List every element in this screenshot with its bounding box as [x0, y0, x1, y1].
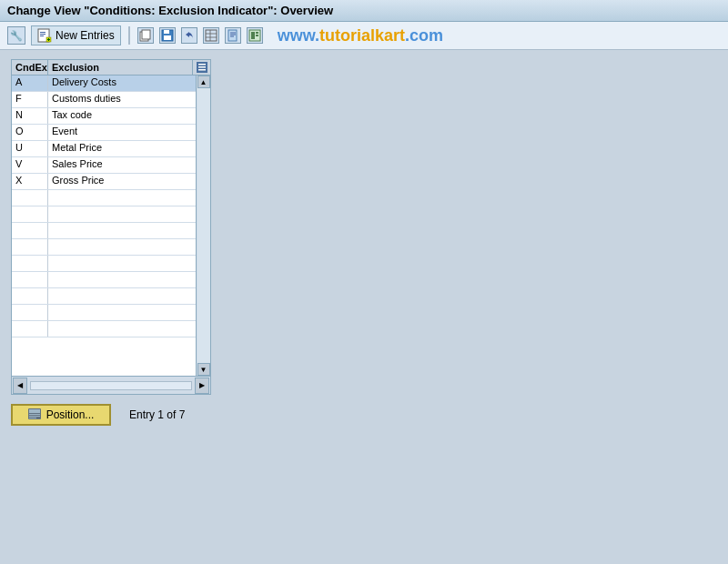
svg-rect-25: [198, 64, 206, 65]
col-settings[interactable]: [192, 60, 210, 75]
cell-exclusion: Sales Price: [48, 157, 196, 173]
svg-rect-10: [164, 30, 169, 34]
main-content: CndEx Exclusion A Delivery Costs: [0, 50, 728, 435]
svg-rect-16: [228, 30, 237, 41]
table-header: CndEx Exclusion: [12, 60, 210, 76]
svg-rect-8: [142, 30, 150, 39]
vertical-scrollbar[interactable]: ▲ ▼: [196, 76, 210, 376]
table-row-empty[interactable]: [12, 223, 196, 239]
cell-exclusion: Customs duties: [48, 92, 196, 107]
scroll-up-button[interactable]: ▲: [197, 76, 210, 88]
table-row[interactable]: F Customs duties: [12, 92, 196, 108]
table-row-empty[interactable]: [12, 272, 196, 288]
table-row[interactable]: N Tax code: [12, 108, 196, 125]
title-text: Change View "Conditions: Exclusion Indic…: [7, 4, 333, 17]
new-entries-label: New Entries: [56, 29, 115, 42]
cell-cndex: N: [12, 108, 48, 124]
cell-cndex: V: [12, 157, 48, 173]
svg-rect-22: [256, 32, 258, 34]
table-row-empty[interactable]: [12, 305, 196, 321]
column-settings-icon: [197, 62, 207, 73]
cell-cndex: A: [12, 76, 48, 91]
position-area: Position... Entry 1 of 7: [11, 404, 717, 426]
table-row[interactable]: O Event: [12, 125, 196, 141]
scroll-track[interactable]: [197, 88, 210, 363]
svg-rect-31: [29, 416, 40, 417]
save-icon[interactable]: [159, 27, 176, 44]
new-entries-icon: [37, 28, 52, 43]
cell-cndex: X: [12, 174, 48, 189]
table-row[interactable]: V Sales Price: [12, 157, 196, 174]
svg-rect-29: [29, 409, 40, 413]
copy-icon[interactable]: [137, 27, 154, 44]
table-row-empty[interactable]: [12, 321, 196, 337]
table-row[interactable]: A Delivery Costs: [12, 76, 196, 92]
svg-rect-3: [40, 35, 44, 36]
position-icon: [28, 408, 43, 421]
hscroll-track[interactable]: [30, 381, 192, 390]
svg-rect-12: [206, 30, 217, 41]
data-table: CndEx Exclusion A Delivery Costs: [11, 59, 211, 395]
bookmark-icon[interactable]: [225, 27, 241, 44]
svg-rect-32: [29, 418, 36, 418]
cell-exclusion: Metal Price: [48, 141, 196, 156]
position-button[interactable]: Position...: [11, 404, 111, 426]
cell-cndex: U: [12, 141, 48, 156]
table-row[interactable]: U Metal Price: [12, 141, 196, 157]
toolbar-separator-1: [128, 26, 130, 45]
scroll-right-button[interactable]: ▶: [195, 378, 209, 394]
cell-exclusion: Delivery Costs: [48, 76, 196, 91]
svg-rect-23: [256, 35, 258, 36]
svg-rect-1: [40, 32, 46, 33]
table-row-empty[interactable]: [12, 239, 196, 256]
table-body: A Delivery Costs F Customs duties N Tax …: [12, 76, 210, 376]
entry-info: Entry 1 of 7: [129, 408, 185, 421]
svg-rect-2: [40, 34, 46, 35]
col-header-exclusion: Exclusion: [48, 60, 192, 75]
svg-rect-21: [251, 32, 255, 39]
cell-exclusion: Tax code: [48, 108, 196, 124]
svg-rect-26: [198, 66, 206, 68]
svg-rect-27: [198, 69, 206, 71]
table-row-empty[interactable]: [12, 288, 196, 305]
table-icon[interactable]: [203, 27, 219, 44]
cell-cndex: O: [12, 125, 48, 140]
svg-rect-6: [47, 39, 50, 40]
col-header-cndex: CndEx: [12, 60, 48, 75]
undo-icon[interactable]: [181, 27, 197, 44]
svg-rect-11: [164, 35, 171, 40]
watermark: www.tutorialkart.com: [278, 26, 443, 45]
toolbar: 🔧 New Entries: [0, 22, 728, 50]
scroll-down-button[interactable]: ▼: [197, 363, 210, 376]
table-row-empty[interactable]: [12, 190, 196, 206]
cell-exclusion: Gross Price: [48, 174, 196, 189]
position-button-label: Position...: [46, 408, 95, 421]
new-entries-button[interactable]: New Entries: [31, 25, 121, 45]
cell-cndex: F: [12, 92, 48, 107]
table-footer: ◀ ▶: [12, 376, 210, 394]
title-bar: Change View "Conditions: Exclusion Indic…: [0, 0, 728, 22]
table-row-empty[interactable]: [12, 256, 196, 272]
details-icon[interactable]: [247, 27, 263, 44]
cell-exclusion: Event: [48, 125, 196, 140]
scroll-left-button[interactable]: ◀: [13, 378, 27, 394]
wrench-icon[interactable]: 🔧: [7, 26, 25, 45]
table-row[interactable]: X Gross Price: [12, 174, 196, 190]
svg-rect-30: [29, 414, 40, 415]
table-row-empty[interactable]: [12, 206, 196, 223]
